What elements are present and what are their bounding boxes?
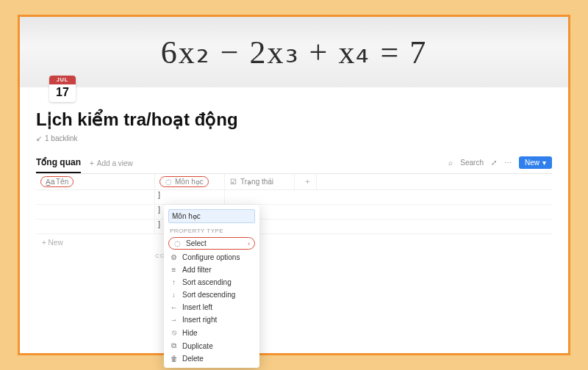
menu-item-add-filter[interactable]: ≡Add filter [164,264,259,276]
menu-item-label: Sort ascending [182,278,232,286]
sort-descending-icon: ↓ [170,291,178,299]
menu-item-label: Insert right [182,316,217,324]
new-row-button[interactable]: + New [36,234,552,251]
property-type-label: Select [186,239,207,247]
chevron-right-icon: › [248,240,250,247]
menu-item-label: Delete [182,355,204,363]
menu-item-label: Configure options [182,253,240,261]
menu-item-label: Sort descending [182,291,235,299]
column-status-label: Trạng thái [240,178,273,186]
table-body: ] ] ] [36,190,552,234]
menu-item-hide[interactable]: ⦸Hide [164,326,259,339]
delete-icon: 🗑 [170,355,178,363]
add-view-label: Add a view [97,159,133,167]
checkbox-prop-icon: ☑ [229,178,237,186]
menu-item-label: Hide [182,329,198,337]
table-row[interactable]: ] [36,205,552,220]
menu-item-insert-right[interactable]: →Insert right [164,313,259,326]
select-type-icon: ◌ [173,239,182,247]
count-label: COUNT [36,253,552,259]
menu-item-sort-ascending[interactable]: ↑Sort ascending [164,276,259,289]
insert-right-icon: → [170,316,178,324]
app-window: 6x₂ − 2x₃ + x₄ = 7 JUL 17 Lịch kiểm tra/… [18,15,570,355]
menu-item-insert-left[interactable]: ←Insert left [164,301,259,313]
cover-math-expression: 6x₂ − 2x₃ + x₄ = 7 [161,33,427,71]
backlink-icon: ↙ [36,134,42,142]
table-header-row: A̲a Tên ◌ Môn học ☑ Trạng thái + [36,174,552,190]
column-header-status[interactable]: ☑ Trạng thái [225,174,295,189]
column-subject-label: Môn học [175,178,204,186]
property-menu-popover: PROPERTY TYPE ◌ Select › ⚙Configure opti… [164,205,259,368]
backlink-text: 1 backlink [45,134,77,142]
view-toolbar: ⌕ Search ⤢ ⋯ New ▾ [448,156,552,169]
table-row[interactable]: ] [36,220,552,234]
page-content: Lịch kiểm tra/hoạt động ↙ 1 backlink Tổn… [20,87,568,259]
add-filter-icon: ≡ [170,266,178,274]
chevron-down-icon: ▾ [542,159,546,167]
search-label[interactable]: Search [460,159,484,167]
property-type-section-label: PROPERTY TYPE [164,226,259,236]
column-name-label: Tên [56,178,68,186]
add-column-button[interactable]: + [295,174,317,189]
property-type-select[interactable]: ◌ Select › [168,237,255,250]
tab-overview[interactable]: Tổng quan [36,157,81,173]
property-name-input[interactable] [168,209,255,223]
page-icon-calendar[interactable]: JUL 17 [49,76,76,102]
duplicate-icon: ⧉ [170,341,178,350]
insert-left-icon: ← [170,303,178,311]
new-button-label: New [525,159,539,167]
column-header-subject[interactable]: ◌ Môn học [155,174,225,189]
plus-icon: + [90,159,94,167]
menu-item-sort-descending[interactable]: ↓Sort descending [164,289,259,301]
backlink-row[interactable]: ↙ 1 backlink [36,134,552,142]
search-icon[interactable]: ⌕ [448,159,453,167]
hide-icon: ⦸ [170,328,178,337]
menu-item-label: Insert left [182,303,212,311]
configure-options-icon: ⚙ [170,253,178,261]
title-prop-icon: A̲a [46,178,54,186]
expand-icon[interactable]: ⤢ [491,159,497,167]
menu-item-configure-options[interactable]: ⚙Configure options [164,251,259,264]
add-view-button[interactable]: + Add a view [90,159,133,172]
page-title[interactable]: Lịch kiểm tra/hoạt động [36,109,552,130]
menu-item-label: Duplicate [182,342,213,350]
menu-item-label: Add filter [182,266,211,274]
calendar-month: JUL [49,76,76,84]
menu-item-delete[interactable]: 🗑Delete [164,352,259,365]
cover-image: 6x₂ − 2x₃ + x₄ = 7 [20,17,568,87]
menu-item-duplicate[interactable]: ⧉Duplicate [164,339,259,352]
new-button[interactable]: New ▾ [519,156,552,169]
views-bar: Tổng quan + Add a view ⌕ Search ⤢ ⋯ New … [36,157,552,174]
select-prop-icon: ◌ [165,178,173,186]
calendar-day: 17 [49,84,76,101]
sort-ascending-icon: ↑ [170,278,178,286]
column-header-name[interactable]: A̲a Tên [36,174,155,189]
more-icon[interactable]: ⋯ [504,159,512,167]
table-row[interactable]: ] [36,190,552,205]
